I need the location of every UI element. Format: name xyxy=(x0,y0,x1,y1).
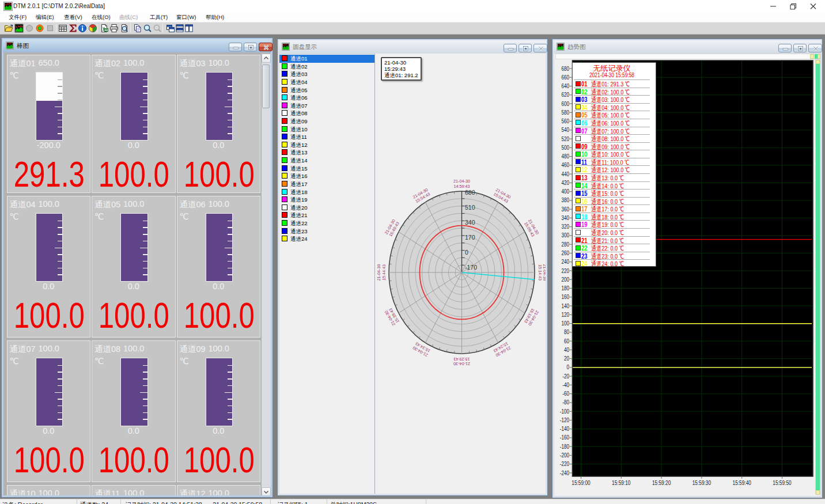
trend-restore-button[interactable] xyxy=(793,44,807,52)
bar-gauge-tick xyxy=(228,221,232,222)
bar-gauge-tick xyxy=(58,86,62,87)
app-close-button[interactable] xyxy=(805,0,822,13)
toolbar-export-button[interactable] xyxy=(100,24,109,33)
app-restore-button[interactable] xyxy=(785,0,802,13)
export-icon xyxy=(100,24,109,33)
disc-minimize-button[interactable] xyxy=(504,44,517,52)
trend-ylabel: -180 xyxy=(560,444,570,450)
menu-item-1[interactable]: 文件(F) xyxy=(9,14,27,21)
trend-minimize-button[interactable] xyxy=(778,44,792,52)
record-disabled-icon xyxy=(25,24,34,33)
vscroll-thumb-top[interactable] xyxy=(816,60,820,64)
dial-radial-label: -170 xyxy=(465,264,477,271)
trend-hscroll[interactable] xyxy=(555,54,820,59)
hscroll-thumb[interactable] xyxy=(810,54,814,59)
bar-range-min: 0.0 xyxy=(177,141,260,150)
bar-range-min: 0.0 xyxy=(7,426,90,435)
menu-item-5[interactable]: 曲线(C) xyxy=(119,14,138,21)
legend-color-chip xyxy=(576,183,581,188)
bar-minimize-button[interactable] xyxy=(229,43,242,51)
vscroll-thumb-bottom[interactable] xyxy=(816,490,820,495)
bar-gauge-tick xyxy=(228,274,232,275)
bar-range-min: 0.0 xyxy=(177,282,260,291)
legend-color-chip xyxy=(576,128,581,133)
trend-ylabel: 0 xyxy=(567,364,570,370)
bar-gauge-tick xyxy=(228,372,232,373)
toolbar-tile-horizontal-button[interactable] xyxy=(175,24,185,33)
application-window: DTM 2.0.1 [C:\DTM 2.0.2\RealData] 文件(F)编… xyxy=(0,0,825,504)
bar-gauge-tick xyxy=(228,234,232,235)
menu-item-2[interactable]: 编辑(E) xyxy=(36,14,54,21)
toolbar-tile-vertical-button[interactable] xyxy=(184,24,194,33)
bar-cell-通道06: 通道06100.0℃0.0100.0 xyxy=(177,196,261,338)
toolbar-separator xyxy=(130,24,131,33)
scroll-thumb[interactable] xyxy=(262,65,270,108)
bar-gauge-tick xyxy=(58,133,62,134)
toolbar-sum-button[interactable] xyxy=(69,24,78,33)
toolbar-record-button[interactable] xyxy=(35,24,45,33)
toolbar-info-button[interactable] xyxy=(78,24,88,33)
bar-cell-通道03: 通道03100.0℃0.0100.0 xyxy=(177,55,261,193)
bar-channel-name: 通道12 xyxy=(180,488,207,495)
bar-value: 100.0 xyxy=(13,297,78,334)
menu-item-4[interactable]: 在线(O) xyxy=(92,14,111,21)
bar-gauge-tick xyxy=(58,399,62,400)
bar-gauge-tick xyxy=(143,268,147,269)
toolbar-print-preview-button[interactable] xyxy=(120,24,130,33)
statusbar-separator xyxy=(327,499,327,504)
scroll-up-button[interactable] xyxy=(262,54,271,63)
bar-cell-通道01: 通道01650.0℃-200.0291.3 xyxy=(7,55,91,193)
toolbar-copy-button[interactable] xyxy=(133,24,143,33)
toolbar-separator xyxy=(97,24,97,33)
toolbar-print-button[interactable] xyxy=(109,24,119,33)
bar-range-max: 100.0 xyxy=(123,344,144,353)
bar-gauge-tick xyxy=(143,365,147,366)
disc-window-titlebar[interactable]: 圆盘显示 xyxy=(279,40,546,54)
trend-ylabel: -60 xyxy=(562,391,569,397)
trend-xlabel: 15:59:40 xyxy=(733,480,752,486)
trend-xlabel: 15:59:10 xyxy=(612,480,631,486)
menu-item-3[interactable]: 查看(V) xyxy=(64,14,82,21)
bar-cell-通道10: 通道10100.0℃0.0100.0 xyxy=(7,485,91,495)
sum-icon xyxy=(69,24,78,33)
bar-close-button[interactable] xyxy=(259,43,273,51)
bar-gauge-tick xyxy=(143,120,147,121)
bar-gauge-tick xyxy=(143,93,147,94)
trend-window-titlebar[interactable]: 趋势图 xyxy=(554,40,821,54)
bar-window-titlebar[interactable]: 棒图 xyxy=(3,39,271,52)
print-icon xyxy=(109,24,119,33)
menu-item-7[interactable]: 窗口(W) xyxy=(176,14,196,21)
legend-color-chip xyxy=(576,261,581,266)
legend-row-19: 19通道19: 0.0 ℃ xyxy=(574,220,650,228)
bar-gauge-tick xyxy=(228,365,232,366)
bar-gauge-tick xyxy=(228,419,232,420)
legend-color-chip xyxy=(576,222,581,227)
toolbar-table-button[interactable] xyxy=(58,24,68,33)
toolbar-zoom-button[interactable] xyxy=(143,24,153,33)
disc-close-button[interactable] xyxy=(533,44,547,52)
bar-gauge-tick xyxy=(143,261,147,262)
toolbar-realtime-data-button[interactable] xyxy=(14,24,24,33)
print-preview-icon xyxy=(120,24,129,33)
trend-vscroll[interactable] xyxy=(815,59,820,494)
bar-gauge xyxy=(36,213,63,282)
bar-unit: ℃ xyxy=(10,71,19,80)
bar-range-max: 100.0 xyxy=(123,199,144,209)
trend-ylabel: -200 xyxy=(560,452,570,458)
toolbar-cascade-windows-button[interactable] xyxy=(166,24,176,33)
trend-close-button[interactable] xyxy=(808,44,822,52)
bar-window-title: 棒图 xyxy=(17,42,29,50)
legend-row-13: 13通道13: 0.0 ℃ xyxy=(574,173,650,181)
trend-ylabel: -160 xyxy=(560,434,570,441)
bar-value: 100.0 xyxy=(13,442,78,478)
menu-item-6[interactable]: 工具(T) xyxy=(150,14,168,21)
bar-value: 100.0 xyxy=(183,297,248,334)
bar-restore-button[interactable] xyxy=(244,43,257,51)
disc-restore-button[interactable] xyxy=(519,44,532,52)
bar-scrollbar[interactable] xyxy=(262,54,271,495)
scroll-down-button[interactable] xyxy=(262,487,271,495)
bar-channel-name: 通道03 xyxy=(180,58,207,67)
menu-item-8[interactable]: 帮助(H) xyxy=(206,14,224,21)
app-minimize-button[interactable] xyxy=(765,0,782,13)
toolbar-open-folder-button[interactable] xyxy=(4,24,14,33)
